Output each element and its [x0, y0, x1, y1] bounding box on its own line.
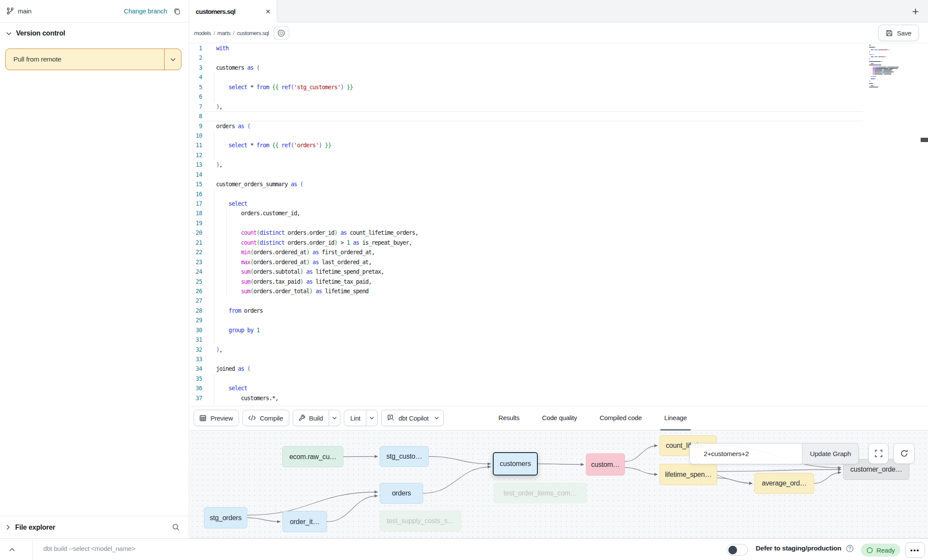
breadcrumb-item[interactable]: marts: [217, 30, 230, 36]
code-line[interactable]: 26 sum(orders.order_total) as lifetime_s…: [190, 286, 928, 296]
more-options-button[interactable]: •••: [905, 542, 925, 558]
breadcrumb-item[interactable]: customers.sql: [237, 30, 269, 36]
refresh-button[interactable]: [893, 443, 915, 464]
lineage-node-customers[interactable]: customers: [493, 452, 538, 476]
new-tab-button[interactable]: +: [909, 5, 922, 18]
lineage-selector-input[interactable]: 2+customers+2: [690, 443, 802, 464]
dbt-copilot-button[interactable]: dbt Copilot: [381, 410, 444, 426]
code-line[interactable]: 16: [190, 189, 928, 199]
command-input[interactable]: dbt build --select <model_name>: [43, 545, 135, 552]
line-number: 1: [190, 43, 202, 53]
file-explorer-section[interactable]: File explorer: [0, 516, 189, 538]
code-line[interactable]: 17 select: [190, 199, 928, 208]
line-number: 32: [190, 345, 202, 354]
code-line[interactable]: 20 count(distinct orders.order_id) as co…: [190, 228, 928, 237]
code-line[interactable]: 30 group by 1: [190, 325, 928, 335]
lineage-node-average_ord[interactable]: average_ord…: [754, 473, 814, 494]
line-number: 12: [190, 150, 202, 160]
update-graph-button[interactable]: Update Graph: [802, 443, 858, 464]
code-line[interactable]: 12: [190, 150, 928, 160]
code-line[interactable]: 1with: [190, 43, 928, 53]
lineage-node-stg_orders[interactable]: stg_orders: [204, 507, 247, 528]
panel-tab-lineage[interactable]: Lineage: [660, 406, 691, 431]
lint-options-chevron[interactable]: [366, 410, 377, 426]
line-number: 21: [190, 238, 202, 247]
pull-options-chevron[interactable]: [164, 49, 181, 70]
scrollbar-marker[interactable]: [921, 138, 928, 142]
code-line[interactable]: 6: [190, 92, 928, 101]
code-line[interactable]: 3customers as (: [190, 63, 928, 72]
version-control-section[interactable]: Version control: [0, 27, 189, 40]
code-line[interactable]: 29: [190, 315, 928, 325]
save-button[interactable]: Save: [878, 25, 919, 41]
panel-tab-code-quality[interactable]: Code quality: [538, 406, 581, 431]
code-line[interactable]: 27: [190, 296, 928, 305]
line-number: 27: [190, 296, 202, 305]
code-line[interactable]: 14: [190, 170, 928, 179]
close-tab-icon[interactable]: ✕: [265, 8, 271, 15]
line-number: 23: [190, 257, 202, 267]
code-line[interactable]: 34joined as (: [190, 364, 928, 373]
code-line[interactable]: 21 count(distinct orders.order_id) > 1 a…: [190, 238, 928, 247]
line-number: 15: [190, 179, 202, 189]
code-line[interactable]: 24 sum(orders.subtotal) as lifetime_spen…: [190, 267, 928, 276]
code-line[interactable]: 11 select * from {{ ref('orders') }}: [190, 140, 928, 150]
code-line[interactable]: 28 from orders: [190, 306, 928, 315]
code-line[interactable]: 36 select: [190, 383, 928, 393]
code-line[interactable]: 7),: [190, 102, 928, 111]
code-line[interactable]: 32),: [190, 345, 928, 354]
code-line[interactable]: 23 max(orders.ordered_at) as last_ordere…: [190, 257, 928, 267]
line-number: 20: [190, 228, 202, 237]
code-line[interactable]: 13),: [190, 160, 928, 169]
lineage-node-ecom[interactable]: ecom.raw_cu…: [282, 446, 343, 467]
code-line[interactable]: 4: [190, 72, 928, 82]
copilot-options-chevron[interactable]: [434, 416, 443, 420]
panel-tab-results[interactable]: Results: [495, 406, 524, 431]
code-line[interactable]: 22 min(orders.ordered_at) as first_order…: [190, 247, 928, 257]
copy-branch-icon[interactable]: [173, 7, 181, 15]
status-badge[interactable]: Ready: [861, 544, 900, 557]
lineage-node-order_it[interactable]: order_it…: [282, 511, 327, 532]
panel-tab-compiled-code[interactable]: Compiled code: [596, 406, 646, 431]
code-editor[interactable]: 1with23customers as (45 select * from {{…: [190, 43, 928, 406]
code-line[interactable]: 25 sum(orders.tax_paid) as lifetime_tax_…: [190, 277, 928, 286]
breadcrumb[interactable]: models/marts/customers.sql: [194, 23, 289, 43]
search-icon[interactable]: [172, 523, 180, 531]
help-icon[interactable]: [846, 544, 854, 553]
lint-button[interactable]: Lint: [344, 410, 378, 426]
line-number: 22: [190, 247, 202, 257]
line-number: 36: [190, 383, 202, 393]
code-line[interactable]: 31: [190, 335, 928, 344]
lineage-node-orders[interactable]: orders: [380, 483, 423, 504]
change-branch-link[interactable]: Change branch: [124, 7, 167, 15]
pull-from-remote-button[interactable]: Pull from remote: [5, 49, 181, 70]
code-line[interactable]: 33: [190, 354, 928, 364]
tab-customers-sql[interactable]: customers.sql ✕: [190, 0, 277, 23]
lineage-node-custom[interactable]: custom…: [586, 453, 625, 476]
code-line[interactable]: 9orders as (: [190, 121, 928, 131]
line-number: 28: [190, 306, 202, 315]
code-line[interactable]: 2: [190, 53, 928, 62]
preview-button[interactable]: Preview: [194, 410, 239, 426]
build-button[interactable]: Build: [293, 410, 340, 426]
code-line[interactable]: 37 customers.*,: [190, 393, 928, 403]
expand-command-bar-button[interactable]: [6, 544, 18, 555]
fullscreen-button[interactable]: [868, 443, 889, 464]
file-actions-button[interactable]: [274, 26, 289, 40]
defer-toggle[interactable]: [727, 544, 748, 556]
editor-minimap[interactable]: [869, 45, 920, 87]
lineage-node-lifetime_spen[interactable]: lifetime_spen…: [660, 464, 717, 485]
code-icon: [243, 415, 256, 421]
code-line[interactable]: 18 orders.customer_id,: [190, 208, 928, 218]
compile-button[interactable]: Compile: [243, 410, 289, 426]
code-line[interactable]: 19: [190, 218, 928, 228]
lineage-panel[interactable]: ecom.raw_cu…stg_custo…customersordersstg…: [190, 431, 928, 538]
lineage-node-stg_custo[interactable]: stg_custo…: [380, 446, 429, 467]
code-line[interactable]: 15customer_orders_summary as (: [190, 179, 928, 189]
code-line[interactable]: 10: [190, 131, 928, 140]
code-line[interactable]: 5 select * from {{ ref('stg_customers') …: [190, 82, 928, 92]
line-number: 25: [190, 277, 202, 286]
breadcrumb-item[interactable]: models: [194, 30, 211, 36]
code-line[interactable]: 35: [190, 374, 928, 383]
build-options-chevron[interactable]: [329, 410, 340, 426]
